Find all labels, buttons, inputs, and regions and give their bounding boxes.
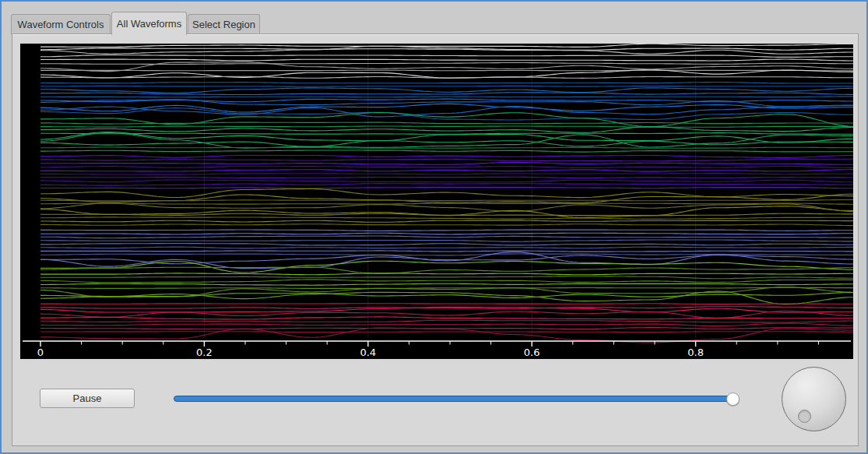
tab-waveform-controls[interactable]: Waveform Controls	[11, 14, 111, 34]
x-axis-tick-label: 0	[37, 347, 44, 358]
time-slider-track[interactable]	[174, 396, 739, 402]
tab-all-waveforms[interactable]: All Waveforms	[111, 12, 187, 35]
app-window: Waveform Controls All Waveforms Select R…	[0, 0, 868, 454]
pause-button[interactable]: Pause	[40, 389, 135, 408]
rotary-knob[interactable]	[782, 367, 846, 431]
tab-label: Select Region	[192, 19, 255, 30]
time-slider-handle[interactable]	[726, 392, 740, 406]
waveform-plot[interactable]: 00.20.40.60.8	[20, 44, 853, 359]
tab-label: All Waveforms	[117, 18, 181, 30]
knob-indicator-dot	[798, 410, 811, 423]
tab-content-panel: 00.20.40.60.8 Pause	[12, 33, 859, 446]
waveform-svg: 00.20.40.60.8	[20, 44, 853, 359]
pause-button-label: Pause	[73, 392, 102, 404]
x-axis-tick-label: 0.2	[196, 347, 213, 358]
x-axis-tick-label: 0.8	[687, 347, 704, 358]
x-axis-tick-label: 0.4	[360, 347, 376, 358]
tab-select-region[interactable]: Select Region	[188, 14, 260, 34]
x-axis-tick-label: 0.6	[524, 347, 540, 358]
tab-label: Waveform Controls	[18, 19, 104, 30]
